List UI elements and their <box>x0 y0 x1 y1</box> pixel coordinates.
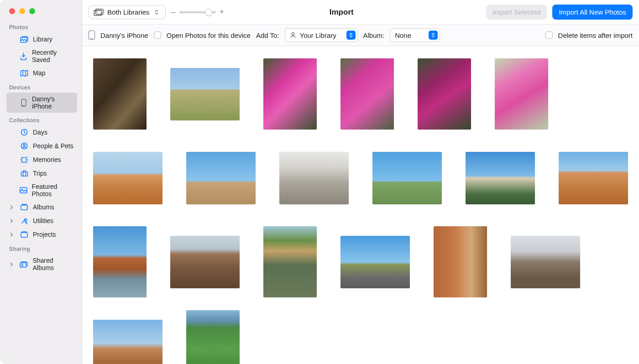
updown-icon <box>429 31 438 40</box>
sidebar: PhotosLibraryRecently SavedMapDevicesDan… <box>0 0 82 364</box>
photo-thumbnail[interactable] <box>93 320 162 364</box>
sidebar-item-label: Featured Photos <box>32 183 73 198</box>
photo-thumbnail[interactable] <box>279 152 349 204</box>
photo-thumbnail[interactable] <box>186 310 240 364</box>
photo-thumbnail[interactable] <box>466 152 535 204</box>
svg-rect-14 <box>94 10 101 16</box>
clock-icon <box>20 128 28 136</box>
album-select[interactable]: None <box>390 28 440 42</box>
fullscreen-window-button[interactable] <box>29 8 35 14</box>
sidebar-item-albums[interactable]: Albums <box>6 200 77 214</box>
sidebar-item-label: Trips <box>33 170 47 177</box>
add-to-label: Add To: <box>256 31 279 39</box>
sidebar-item-label: Albums <box>33 203 54 211</box>
photo-thumbnail[interactable] <box>340 236 410 288</box>
chevron-right-icon <box>10 232 15 237</box>
sidebar-item-shared-albums[interactable]: Shared Albums <box>6 254 77 274</box>
photo-thumbnail[interactable] <box>263 226 317 297</box>
photo-thumbnail[interactable] <box>340 58 394 130</box>
zoom-slider-knob[interactable] <box>205 9 212 16</box>
sidebar-item-label: Utilities <box>33 217 53 224</box>
photo-thumbnail[interactable] <box>93 152 162 204</box>
chevron-right-icon <box>10 262 14 267</box>
open-photos-checkbox[interactable] <box>154 31 161 39</box>
sidebar-item-library[interactable]: Library <box>6 32 77 46</box>
sidebar-item-featured[interactable]: Featured Photos <box>6 180 77 200</box>
sidebar-item-people[interactable]: People & Pets <box>6 139 77 153</box>
photo-thumbnail[interactable] <box>418 58 471 130</box>
delete-after-import-label: Delete items after import <box>558 31 633 39</box>
updown-icon <box>154 9 161 16</box>
photo-thumbnail[interactable] <box>434 226 487 297</box>
photo-thumbnail[interactable] <box>559 152 628 204</box>
album-value: None <box>395 31 411 39</box>
toolbar: Both Libraries – + Import Import Selecte… <box>82 0 639 24</box>
photo-thumbnail[interactable] <box>170 236 240 288</box>
shared-icon <box>20 260 28 268</box>
map-icon <box>20 69 28 77</box>
photo-thumbnail[interactable] <box>93 58 147 130</box>
library-filter-dropdown[interactable]: Both Libraries <box>89 5 166 19</box>
import-all-button[interactable]: Import All New Photos <box>552 5 633 20</box>
add-to-value: Your Library <box>300 31 336 39</box>
import-options-bar: Danny's iPhone Open Photos for this devi… <box>82 24 639 46</box>
album-icon <box>20 230 28 239</box>
photo-thumbnail[interactable] <box>263 58 317 130</box>
close-window-button[interactable] <box>9 8 15 14</box>
sidebar-item-label: Shared Albums <box>32 257 73 271</box>
person-icon <box>290 32 296 38</box>
app-window: PhotosLibraryRecently SavedMapDevicesDan… <box>0 0 639 364</box>
download-icon <box>20 52 27 60</box>
sidebar-item-map[interactable]: Map <box>6 66 77 80</box>
minimize-window-button[interactable] <box>19 8 25 14</box>
sidebar-item-memories[interactable]: Memories <box>6 153 77 166</box>
import-selected-button[interactable]: Import Selected <box>486 5 547 20</box>
image-icon <box>20 186 27 194</box>
photo-thumbnail[interactable] <box>511 236 580 288</box>
photo-thumbnail[interactable] <box>495 58 548 130</box>
album-label: Album: <box>363 31 385 39</box>
add-to-select[interactable]: Your Library <box>285 28 358 42</box>
svg-rect-7 <box>21 172 27 176</box>
page-title: Import <box>202 8 481 17</box>
sidebar-item-iphone[interactable]: Danny's iPhone <box>6 93 77 113</box>
sidebar-item-label: Map <box>33 69 45 77</box>
delete-after-import-checkbox[interactable] <box>545 31 553 39</box>
svg-rect-15 <box>96 9 103 14</box>
library-filter-label: Both Libraries <box>107 8 150 16</box>
sidebar-item-days[interactable]: Days <box>6 125 77 139</box>
sidebar-item-trips[interactable]: Trips <box>6 166 77 180</box>
sidebar-item-label: Library <box>33 36 52 43</box>
svg-point-16 <box>97 11 98 12</box>
zoom-slider[interactable] <box>179 11 216 13</box>
section-title: Collections <box>6 113 77 125</box>
svg-point-6 <box>23 145 25 146</box>
photo-thumbnail[interactable] <box>372 152 442 204</box>
person-icon <box>20 142 28 150</box>
open-photos-label: Open Photos for this device <box>167 31 251 39</box>
zoom-out-button[interactable]: – <box>171 7 176 17</box>
photo-thumbnail[interactable] <box>93 226 147 297</box>
sidebar-item-recently-saved[interactable]: Recently Saved <box>6 46 77 66</box>
tools-icon <box>20 217 28 225</box>
library-icon <box>20 35 28 43</box>
section-title: Sharing <box>6 241 77 254</box>
photo-thumbnail[interactable] <box>186 152 256 204</box>
section-title: Photos <box>6 20 77 32</box>
library-icon <box>94 9 103 16</box>
photo-thumbnail[interactable] <box>170 68 240 120</box>
sidebar-item-projects[interactable]: Projects <box>6 228 77 241</box>
memories-icon <box>20 156 28 164</box>
thumbnail-grid[interactable] <box>82 46 639 364</box>
album-icon <box>20 203 28 211</box>
chevron-right-icon <box>10 205 15 210</box>
device-name-label: Danny's iPhone <box>100 31 148 39</box>
chevron-right-icon <box>10 218 15 224</box>
svg-point-17 <box>292 33 294 35</box>
sidebar-item-label: Projects <box>33 231 56 238</box>
svg-rect-10 <box>21 205 27 210</box>
sidebar-item-label: Memories <box>33 156 61 163</box>
suitcase-icon <box>20 169 28 177</box>
phone-icon <box>89 31 95 40</box>
sidebar-item-utilities[interactable]: Utilities <box>6 214 77 228</box>
